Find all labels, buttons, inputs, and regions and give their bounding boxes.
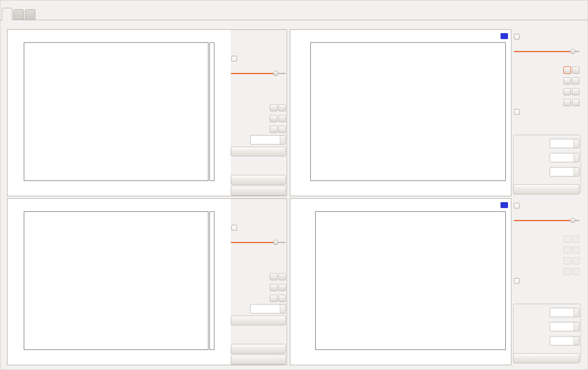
color-select[interactable] <box>250 304 286 313</box>
stop-button[interactable] <box>231 186 286 195</box>
color-select[interactable] <box>250 135 286 144</box>
spin-up-icon[interactable] <box>574 168 579 172</box>
channel-tab-bar <box>514 124 580 135</box>
marker-value <box>550 168 573 176</box>
time-scale-row <box>231 272 286 281</box>
y-off-minus-button[interactable] <box>572 99 579 106</box>
spin-arrows <box>573 308 579 317</box>
spin-arrows <box>573 168 579 176</box>
time-scale-minus-button[interactable] <box>278 104 286 111</box>
autorange-row <box>514 277 579 285</box>
spin-down-icon[interactable] <box>574 313 579 317</box>
channel-y-select[interactable] <box>550 322 579 331</box>
spin-up-icon[interactable] <box>574 308 579 313</box>
autorange-checkbox[interactable] <box>514 109 520 115</box>
x-off-minus-button[interactable] <box>572 88 579 95</box>
spin-arrows <box>573 322 579 331</box>
spin-up-icon[interactable] <box>574 153 579 158</box>
waterfall-plot-area[interactable] <box>24 211 208 350</box>
adc1-waterfall-panel <box>7 29 287 196</box>
y-div-plus-button[interactable] <box>563 246 571 253</box>
spin-arrows <box>280 304 285 313</box>
x-div-minus-button[interactable] <box>572 67 579 74</box>
dyn-range-plus-button[interactable] <box>270 284 277 291</box>
dyn-range-minus-button[interactable] <box>278 115 286 122</box>
autoscale-button[interactable] <box>231 316 286 325</box>
x-off-minus-button[interactable] <box>572 257 579 264</box>
tab-numbers[interactable] <box>25 9 35 20</box>
y-div-minus-button[interactable] <box>572 77 579 84</box>
waterfall-plot-area[interactable] <box>24 42 208 181</box>
x-div-plus-button[interactable] <box>563 67 571 74</box>
autorange-checkbox[interactable] <box>514 278 520 284</box>
spin-up-icon[interactable] <box>574 336 579 341</box>
tab-time-view[interactable] <box>2 8 12 20</box>
marker-row <box>514 167 579 176</box>
y-div-plus-button[interactable] <box>563 77 571 84</box>
persistence-checkbox[interactable] <box>514 203 520 208</box>
channel-y-select[interactable] <box>550 153 579 162</box>
dyn-range-minus-button[interactable] <box>278 284 286 291</box>
channel-x-select[interactable] <box>550 139 579 148</box>
channel-x-select[interactable] <box>550 308 579 317</box>
spin-up-icon[interactable] <box>280 304 285 309</box>
slider-handle[interactable] <box>570 218 575 223</box>
stop-button[interactable] <box>231 355 286 364</box>
spin-up-icon[interactable] <box>574 139 579 144</box>
spin-down-icon[interactable] <box>574 144 579 148</box>
scope-plot-area[interactable] <box>315 211 506 350</box>
scope-plot-area[interactable] <box>310 42 506 181</box>
slider-fill <box>514 51 573 52</box>
ref-level-minus-button[interactable] <box>278 126 286 133</box>
scope-canvas <box>316 212 505 350</box>
marker-select[interactable] <box>550 167 579 176</box>
slider-handle[interactable] <box>570 49 575 54</box>
persistence-row <box>514 201 579 210</box>
x-div-row <box>514 235 579 243</box>
marker-select[interactable] <box>550 336 579 345</box>
y-off-plus-button[interactable] <box>563 99 571 106</box>
stop-button[interactable] <box>513 184 579 194</box>
time-scale-minus-button[interactable] <box>278 273 286 280</box>
waterfall-canvas <box>24 212 208 350</box>
spin-down-icon[interactable] <box>574 172 579 176</box>
spin-down-icon[interactable] <box>574 327 579 331</box>
x-div-minus-button[interactable] <box>572 236 579 243</box>
channel-tab-bar <box>514 293 580 304</box>
time-scale-plus-button[interactable] <box>270 273 277 280</box>
slider-fill <box>231 242 276 243</box>
spin-down-icon[interactable] <box>574 341 579 345</box>
ref-level-plus-button[interactable] <box>270 295 277 302</box>
x-off-plus-button[interactable] <box>563 88 571 95</box>
average-checkbox[interactable] <box>231 225 237 230</box>
y-off-plus-button[interactable] <box>563 268 571 275</box>
ref-level-minus-button[interactable] <box>278 295 286 302</box>
y-off-minus-button[interactable] <box>572 268 579 275</box>
y-div-minus-button[interactable] <box>572 246 579 253</box>
persistence-checkbox[interactable] <box>514 34 520 39</box>
stop-button[interactable] <box>513 353 579 363</box>
scope-plot-panel-top <box>290 29 511 196</box>
autoscale-button[interactable] <box>231 147 286 156</box>
average-checkbox[interactable] <box>231 56 237 61</box>
y-off-row <box>514 98 579 106</box>
spin-down-icon[interactable] <box>574 158 579 162</box>
x-off-plus-button[interactable] <box>563 257 571 264</box>
time-scale-plus-button[interactable] <box>270 104 277 111</box>
analog-alpha-slider[interactable] <box>514 218 579 223</box>
ref-level-plus-button[interactable] <box>270 126 277 133</box>
spin-up-icon[interactable] <box>280 135 285 140</box>
slider-handle[interactable] <box>273 240 278 245</box>
avg-alpha-slider[interactable] <box>231 240 286 245</box>
spin-up-icon[interactable] <box>574 322 579 327</box>
slider-handle[interactable] <box>273 71 278 76</box>
spin-down-icon[interactable] <box>280 140 285 144</box>
spin-down-icon[interactable] <box>280 309 285 313</box>
analog-alpha-slider[interactable] <box>514 49 579 54</box>
x-div-plus-button[interactable] <box>563 236 571 243</box>
dyn-range-plus-button[interactable] <box>270 115 277 122</box>
clear-button[interactable] <box>231 344 286 354</box>
avg-alpha-slider[interactable] <box>231 71 286 76</box>
tab-frequency-view[interactable] <box>13 9 24 20</box>
clear-button[interactable] <box>231 175 286 185</box>
